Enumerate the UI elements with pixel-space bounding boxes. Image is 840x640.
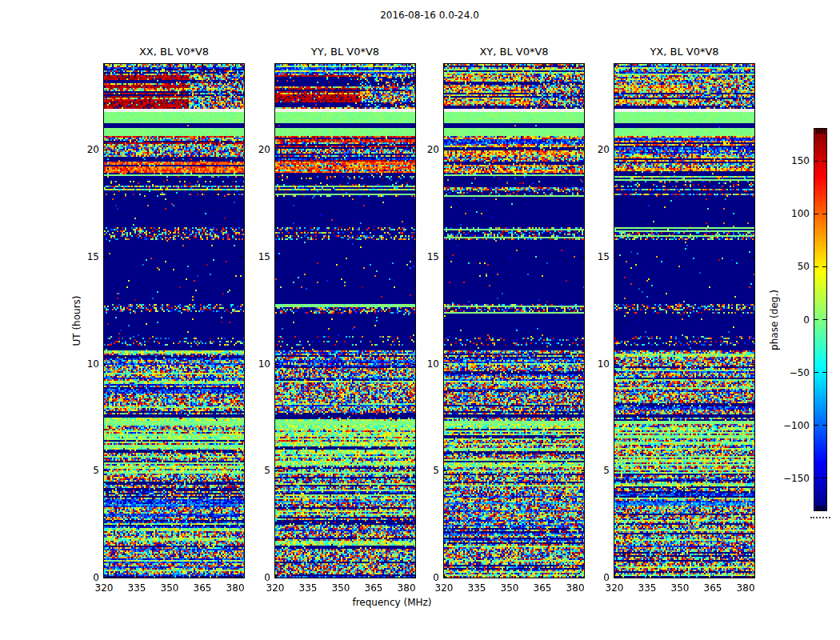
x-tick-mark (406, 64, 407, 67)
y-tick-label: 10 (586, 358, 610, 370)
panel-title-yy: YY, BL V0*V8 (274, 46, 416, 58)
x-tick-mark (713, 64, 714, 67)
x-tick-mark (575, 64, 576, 67)
x-tick-mark (137, 64, 138, 67)
x-tick-mark (510, 574, 510, 578)
y-tick-mark (241, 150, 244, 150)
x-tick-label: 365 (528, 582, 557, 594)
colorbar-tick-label: −50 (778, 366, 810, 379)
y-tick-mark (444, 470, 447, 471)
y-tick-mark (614, 470, 618, 471)
x-tick-mark (477, 574, 478, 578)
colorbar-tick-label: 0 (778, 314, 810, 326)
x-tick-mark (575, 574, 576, 578)
x-tick-mark (104, 64, 105, 67)
x-tick-mark (235, 574, 236, 578)
x-tick-label: 350 (326, 582, 355, 594)
x-tick-label: 320 (261, 582, 290, 594)
heatmap-canvas-xy (443, 63, 585, 578)
y-tick-label: 10 (246, 358, 270, 370)
x-tick-mark (477, 64, 478, 67)
x-tick-label: 335 (633, 582, 662, 594)
x-tick-mark (542, 574, 543, 578)
x-tick-mark (542, 64, 543, 67)
x-tick-mark (647, 574, 648, 578)
y-tick-mark (751, 470, 754, 471)
x-tick-label: 350 (495, 582, 524, 594)
y-tick-label: 20 (415, 143, 439, 156)
x-tick-mark (275, 64, 276, 67)
y-tick-label: 15 (246, 250, 270, 263)
y-axis-label: UT (hours) (71, 295, 82, 346)
y-tick-mark (241, 577, 244, 578)
y-tick-label: 5 (246, 464, 270, 477)
y-tick-mark (614, 257, 618, 258)
panel-title-xy: XY, BL V0*V8 (443, 46, 585, 58)
colorbar (814, 128, 827, 511)
x-tick-mark (170, 574, 170, 578)
x-tick-label: 380 (221, 582, 250, 594)
x-tick-mark (510, 64, 510, 67)
panel-title-xx: XX, BL V0*V8 (103, 46, 245, 58)
y-tick-label: 10 (415, 358, 439, 370)
colorbar-tick-label: 150 (778, 154, 810, 167)
y-tick-mark (104, 364, 107, 365)
colorbar-tick-label: −150 (778, 472, 810, 485)
x-axis-label: frequency (MHz) (264, 597, 520, 608)
colorbar-tick-label: −100 (778, 419, 810, 432)
y-tick-mark (241, 470, 244, 471)
y-tick-mark (412, 577, 415, 578)
x-tick-label: 335 (122, 582, 151, 594)
x-tick-label: 380 (731, 582, 760, 594)
x-tick-mark (680, 64, 681, 67)
y-tick-mark (581, 364, 584, 365)
y-tick-label: 15 (586, 250, 610, 263)
y-tick-label: 20 (246, 143, 270, 156)
y-tick-label: 10 (75, 358, 99, 370)
x-tick-label: 365 (359, 582, 388, 594)
colorbar-tick-label: 100 (778, 207, 810, 220)
heatmap-canvas-xx (103, 63, 245, 578)
y-tick-label: 15 (415, 250, 439, 263)
y-tick-mark (104, 470, 107, 471)
figure: 2016-08-16 0.0-24.0 XX, BL V0*V8 YY, BL … (0, 0, 840, 640)
y-tick-mark (412, 470, 415, 471)
heatmap-canvas-yy (274, 63, 416, 578)
y-tick-mark (275, 257, 278, 258)
y-tick-mark (275, 364, 278, 365)
x-tick-mark (341, 64, 342, 67)
colorbar-bottom-dots (810, 517, 830, 518)
x-tick-label: 350 (155, 582, 184, 594)
y-tick-label: 5 (586, 464, 610, 477)
y-tick-mark (581, 257, 584, 258)
x-tick-label: 350 (666, 582, 694, 594)
y-tick-mark (412, 257, 415, 258)
y-tick-mark (581, 470, 584, 471)
x-tick-mark (444, 64, 445, 67)
panel-title-yx: YX, BL V0*V8 (614, 46, 755, 58)
figure-title: 2016-08-16 0.0-24.0 (10, 10, 840, 21)
x-tick-mark (308, 64, 309, 67)
y-tick-mark (751, 257, 754, 258)
x-tick-mark (746, 64, 746, 67)
y-tick-mark (751, 364, 754, 365)
x-tick-mark (170, 64, 170, 67)
x-tick-mark (647, 64, 648, 67)
x-tick-mark (746, 574, 746, 578)
y-tick-mark (275, 470, 278, 471)
y-tick-label: 5 (75, 464, 99, 477)
y-tick-mark (412, 150, 415, 150)
y-tick-mark (444, 364, 447, 365)
x-tick-mark (374, 64, 374, 67)
y-tick-label: 20 (586, 143, 610, 156)
y-tick-mark (581, 150, 584, 150)
y-tick-mark (751, 150, 754, 150)
x-tick-mark (680, 574, 681, 578)
x-tick-mark (444, 574, 445, 578)
y-tick-mark (581, 577, 584, 578)
y-tick-mark (614, 364, 618, 365)
x-tick-mark (614, 574, 615, 578)
y-tick-mark (751, 577, 754, 578)
y-tick-mark (412, 364, 415, 365)
x-tick-mark (202, 574, 203, 578)
